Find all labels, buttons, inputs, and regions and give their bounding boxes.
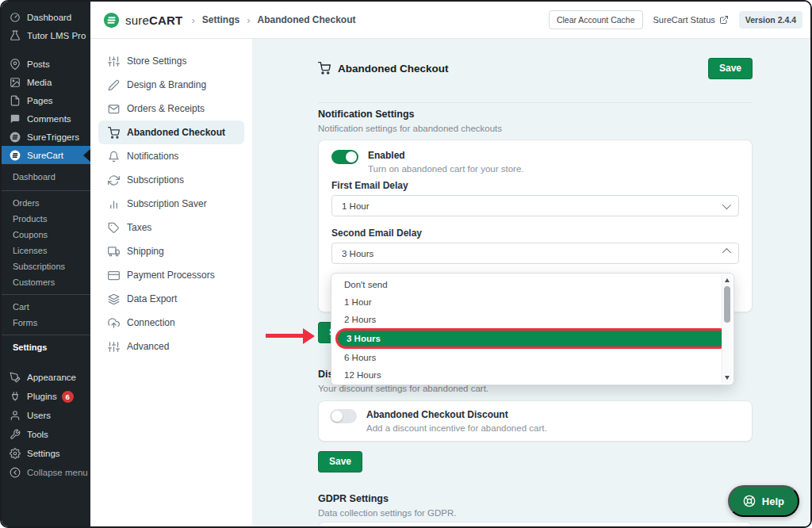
settings-nav-item-abandoned-checkout[interactable]: Abandoned Checkout [98, 121, 244, 144]
surecart-brand: sureCART [103, 12, 182, 29]
notification-settings-title: Notification Settings [318, 109, 753, 120]
submenu-divider [2, 294, 90, 295]
cart-icon [318, 62, 331, 75]
wp-menu-item-media[interactable]: Media [2, 73, 90, 91]
settings-icon [10, 448, 21, 459]
wp-menu-label: Pages [27, 96, 53, 105]
wp-menu-item-dashboard[interactable]: Dashboard [2, 8, 90, 26]
scroll-down-icon[interactable] [725, 376, 730, 380]
settings-nav-item-shipping[interactable]: Shipping [98, 239, 244, 263]
dropdown-option-6-hours[interactable]: 6 Hours [331, 349, 733, 366]
tools-icon [10, 429, 21, 440]
wp-submenu-item-products[interactable]: Products [2, 211, 90, 227]
settings-nav-item-subscriptions[interactable]: Subscriptions [98, 168, 244, 192]
surecart-submenu: DashboardOrdersProductsCouponsLicensesSu… [2, 164, 90, 357]
dropdown-option-12-hours[interactable]: 12 Hours [331, 366, 733, 384]
clear-account-cache-button[interactable]: Clear Account Cache [549, 10, 643, 29]
settings-nav-label: Subscriptions [127, 174, 184, 186]
wp-menu-item-tutor-lms-pro[interactable]: Tutor LMS Pro [2, 26, 90, 44]
settings-nav-item-payment-processors[interactable]: Payment Processors [98, 263, 244, 287]
wp-menu-item-plugins[interactable]: Plugins6 [2, 387, 90, 406]
annotation-arrow-shaft [266, 334, 304, 338]
surecart-status-link[interactable]: SureCart Status [653, 15, 729, 25]
wp-menu-item-collapse-menu[interactable]: Collapse menu [2, 463, 90, 482]
help-button[interactable]: Help [728, 485, 799, 517]
wp-menu-item-suretriggers[interactable]: SureTriggers [2, 128, 90, 146]
wp-submenu-item-cart[interactable]: Cart [2, 299, 90, 315]
tutor-lms-icon [10, 30, 21, 41]
settings-nav-item-data-export[interactable]: Data Export [98, 287, 244, 311]
wp-menu-item-comments[interactable]: Comments [2, 109, 90, 128]
wp-menu-item-tools[interactable]: Tools [2, 425, 90, 444]
first-email-delay-select[interactable]: 1 Hour [331, 195, 739, 216]
dropdown-option-1-hour[interactable]: 1 Hour [331, 293, 733, 311]
wp-submenu-item-forms[interactable]: Forms [2, 315, 90, 331]
wp-submenu-item-customers[interactable]: Customers [2, 274, 90, 290]
settings-nav-item-orders-receipts[interactable]: Orders & Receipts [98, 97, 244, 121]
sliders-icon [108, 341, 120, 353]
status-label: SureCart Status [653, 15, 715, 25]
scrollbar-thumb[interactable] [724, 286, 730, 323]
dropdown-option-don-t-send[interactable]: Don't send [331, 276, 733, 293]
discount-toggle-row: Abandoned Checkout Discount Add a discou… [330, 409, 741, 433]
screenshot-frame: DashboardTutor LMS Pro PostsMediaPagesCo… [0, 0, 812, 528]
settings-nav-item-design-branding[interactable]: Design & Branding [98, 73, 244, 97]
wp-menu-label: SureTriggers [27, 132, 79, 142]
enabled-description: Turn on abandoned cart for your store. [368, 164, 523, 174]
sliders-icon [108, 55, 120, 67]
page-header: Abandoned Checkout Save [318, 50, 753, 86]
abandoned-checkout-discount-toggle[interactable] [330, 409, 357, 423]
version-badge: Version 2.4.4 [739, 11, 802, 29]
scroll-up-icon[interactable] [725, 278, 730, 282]
appearance-icon [10, 372, 21, 383]
discount-save-button[interactable]: Save [318, 451, 362, 473]
wp-menu-item-posts[interactable]: Posts [2, 55, 90, 73]
wp-menu-item-settings[interactable]: Settings [2, 444, 90, 463]
second-email-delay-dropdown: Don't send1 Hour2 Hours3 Hours6 Hours12 … [331, 273, 734, 385]
wp-menu-item-surecart[interactable]: SureCart [2, 146, 90, 164]
second-email-delay-select[interactable]: 3 Hours [331, 243, 739, 264]
settings-nav-label: Shipping [127, 246, 164, 257]
settings-nav-label: Payment Processors [127, 270, 215, 281]
settings-nav-item-store-settings[interactable]: Store Settings [98, 49, 244, 73]
settings-nav-item-subscription-saver[interactable]: Subscription Saver [98, 192, 244, 216]
cart-icon [108, 127, 120, 139]
settings-nav-label: Design & Branding [127, 79, 206, 90]
dropdown-scrollbar[interactable] [722, 275, 732, 383]
wp-submenu-item-settings[interactable]: Settings [2, 339, 90, 355]
wp-submenu-item-dashboard[interactable]: Dashboard [2, 168, 90, 186]
wp-menu-item-pages[interactable]: Pages [2, 91, 90, 109]
wp-menu-item-appearance[interactable]: Appearance [2, 368, 90, 387]
dropdown-option-3-hours[interactable]: 3 Hours [335, 328, 730, 349]
wp-submenu-item-licenses[interactable]: Licenses [2, 243, 90, 258]
first-email-delay-value: 1 Hour [342, 201, 370, 211]
surecart-header: sureCART Settings Abandoned Checkout Cle… [90, 2, 810, 39]
wp-menu-label: Tutor LMS Pro [27, 31, 86, 40]
wp-menu-item-users[interactable]: Users [2, 406, 90, 425]
wp-submenu-item-orders[interactable]: Orders [2, 195, 90, 211]
settings-nav-item-advanced[interactable]: Advanced [98, 335, 244, 358]
help-label: Help [762, 495, 784, 507]
wp-menu-label: Dashboard [27, 13, 71, 22]
wp-submenu-item-subscriptions[interactable]: Subscriptions [2, 258, 90, 274]
settings-nav-item-notifications[interactable]: Notifications [98, 144, 244, 168]
settings-nav-label: Store Settings [127, 55, 186, 67]
breadcrumb-separator [247, 14, 250, 26]
gdpr-settings-subtitle: Data collection settings for GDPR. [318, 508, 753, 518]
toggle-knob [331, 411, 343, 422]
settings-nav-item-connection[interactable]: Connection [98, 311, 244, 335]
save-button[interactable]: Save [708, 58, 753, 79]
settings-nav-label: Orders & Receipts [127, 103, 205, 114]
wp-menu-label: SureCart [27, 151, 63, 160]
wp-menu-label: Posts [27, 59, 50, 69]
breadcrumb-settings[interactable]: Settings [202, 14, 239, 25]
annotation-arrow-head [303, 328, 315, 344]
dropdown-option-2-hours[interactable]: 2 Hours [331, 311, 733, 328]
main-panel: Abandoned Checkout Save Notification Set… [253, 39, 810, 526]
wp-submenu-item-coupons[interactable]: Coupons [2, 227, 90, 243]
breadcrumb-abandoned-checkout[interactable]: Abandoned Checkout [257, 14, 355, 25]
settings-nav-label: Taxes [127, 222, 151, 233]
settings-nav-item-taxes[interactable]: Taxes [98, 216, 244, 239]
lifebuoy-icon [743, 495, 756, 507]
enabled-toggle[interactable] [331, 150, 358, 164]
